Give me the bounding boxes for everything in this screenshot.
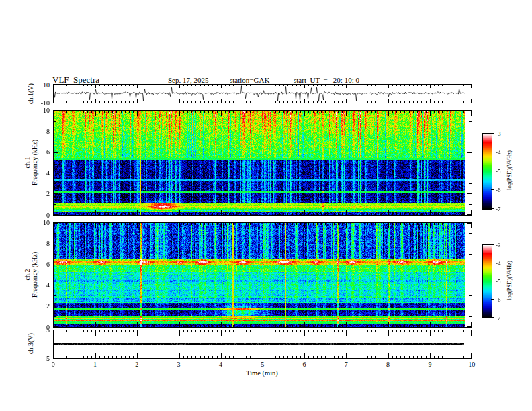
x-tick-label: 6 xyxy=(294,361,314,368)
y-tick-label: 10 xyxy=(28,81,50,89)
colorbar-tick-mark xyxy=(491,133,494,134)
colorbar-tick-label: -4 xyxy=(496,260,513,267)
x-tick-label: 2 xyxy=(127,361,147,368)
x-tick-label: 8 xyxy=(378,361,398,368)
y-tick-label: 6 xyxy=(28,261,50,268)
colorbar-tick-mark xyxy=(491,281,494,281)
y-tick-label: 2 xyxy=(28,190,50,197)
colorbar-tick-mark xyxy=(491,244,494,245)
colorbar-tick-label: -6 xyxy=(496,296,513,303)
colorbar-tick-mark xyxy=(491,208,494,209)
x-axis-title: Time (min) xyxy=(195,369,329,377)
ch2-spectrogram-canvas xyxy=(54,223,472,327)
figure-station: station=GAK xyxy=(230,76,269,84)
colorbar-tick-label: -5 xyxy=(496,278,513,285)
vlf-spectra-figure: VLF Spectra Sep. 17, 2025 station=GAK st… xyxy=(0,0,532,411)
colorbar-2-gradient xyxy=(483,245,492,318)
colorbar-tick-label: -7 xyxy=(496,314,513,321)
x-tick-label: 10 xyxy=(461,361,482,368)
colorbar-tick-label: -4 xyxy=(496,149,513,156)
figure-start-ut: start UT = 20: 10: 0 xyxy=(294,76,359,84)
ch3-waveform-canvas xyxy=(54,330,472,358)
colorbar-tick-label: -7 xyxy=(496,205,513,212)
colorbar-tick-label: -6 xyxy=(496,187,513,193)
y-tick-label: 4 xyxy=(28,281,50,289)
ch1-waveform-panel xyxy=(53,84,472,103)
x-tick-label: 1 xyxy=(85,361,105,368)
y-tick-label: 5 xyxy=(28,326,50,334)
colorbar-tick-label: -3 xyxy=(496,130,513,137)
y-tick-label: 0 xyxy=(28,212,50,219)
ch1-spectrogram-panel xyxy=(53,110,472,216)
colorbar-tick-mark xyxy=(491,317,494,318)
y-tick-label: 10 xyxy=(28,219,50,226)
y-tick-label: -10 xyxy=(28,99,50,107)
x-tick-label: 7 xyxy=(336,361,356,368)
colorbar-tick-mark xyxy=(491,263,494,263)
x-tick-label: 3 xyxy=(169,361,189,368)
colorbar-1-gradient xyxy=(483,134,492,209)
colorbar-tick-mark xyxy=(491,152,494,152)
x-tick-label: 9 xyxy=(420,361,440,368)
y-tick-label: 10 xyxy=(28,107,50,114)
y-tick-label: 8 xyxy=(28,128,50,135)
colorbar-tick-label: -5 xyxy=(496,168,513,175)
y-tick-label: 6 xyxy=(28,148,50,156)
x-tick-label: 0 xyxy=(43,361,63,368)
figure-date: Sep. 17, 2025 xyxy=(168,76,209,84)
x-tick-label: 5 xyxy=(253,361,273,368)
y-tick-label: 4 xyxy=(28,169,50,177)
y-tick-label: 2 xyxy=(28,302,50,310)
colorbar-2 xyxy=(482,244,492,318)
ch3-waveform-panel xyxy=(53,330,472,359)
ch1-spectrogram-canvas xyxy=(54,111,472,215)
colorbar-1 xyxy=(482,133,492,210)
colorbar-tick-mark xyxy=(491,171,494,171)
colorbar-tick-mark xyxy=(491,189,494,190)
colorbar-tick-mark xyxy=(491,299,494,300)
x-tick-label: 4 xyxy=(210,361,230,368)
y-tick-label: 8 xyxy=(28,240,50,247)
ch2-spectrogram-panel xyxy=(53,222,472,328)
ch1-waveform-canvas xyxy=(54,85,472,103)
colorbar-tick-label: -3 xyxy=(496,242,513,248)
